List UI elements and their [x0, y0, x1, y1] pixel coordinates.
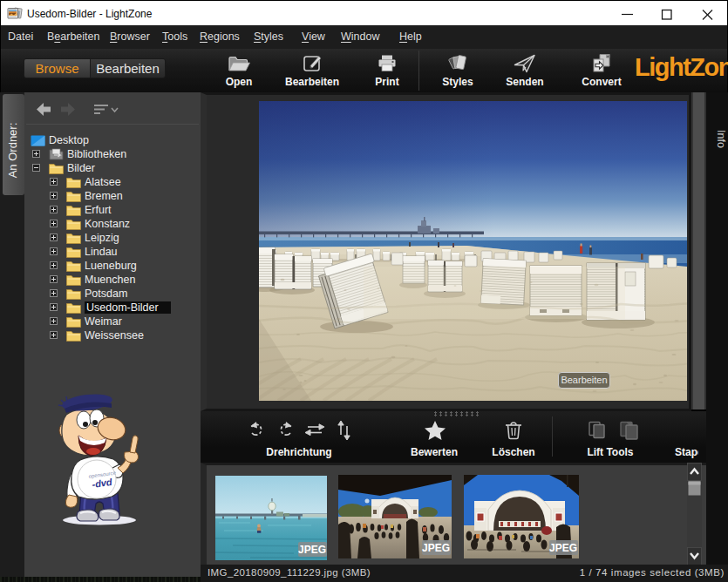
svg-text:JPEG: JPEG — [298, 544, 326, 556]
svg-text:JPEG: JPEG — [422, 542, 450, 554]
svg-text:JPEG: JPEG — [549, 542, 577, 554]
